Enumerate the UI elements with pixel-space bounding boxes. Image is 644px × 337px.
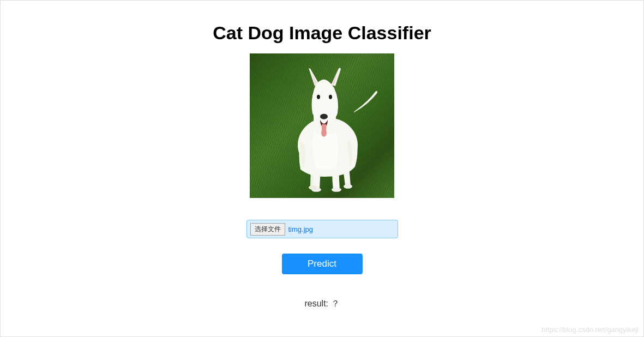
- svg-point-3: [344, 184, 352, 188]
- svg-point-8: [321, 129, 327, 136]
- page-title: Cat Dog Image Classifier: [213, 22, 431, 44]
- svg-point-2: [332, 187, 341, 191]
- file-input[interactable]: 选择文件 timg.jpg: [246, 220, 398, 238]
- svg-point-6: [329, 94, 332, 99]
- result-value: ？: [331, 299, 340, 308]
- svg-point-4: [309, 185, 317, 189]
- predict-button[interactable]: Predict: [282, 254, 363, 274]
- main-container: Cat Dog Image Classifier: [0, 0, 644, 337]
- selected-filename: timg.jpg: [288, 225, 314, 233]
- result-label: result:: [304, 299, 328, 308]
- dog-image: [262, 63, 382, 194]
- choose-file-button[interactable]: 选择文件: [250, 223, 285, 236]
- image-preview: [250, 53, 394, 198]
- result-text: result: ？: [304, 298, 339, 310]
- svg-point-5: [317, 94, 320, 99]
- svg-point-7: [320, 113, 328, 119]
